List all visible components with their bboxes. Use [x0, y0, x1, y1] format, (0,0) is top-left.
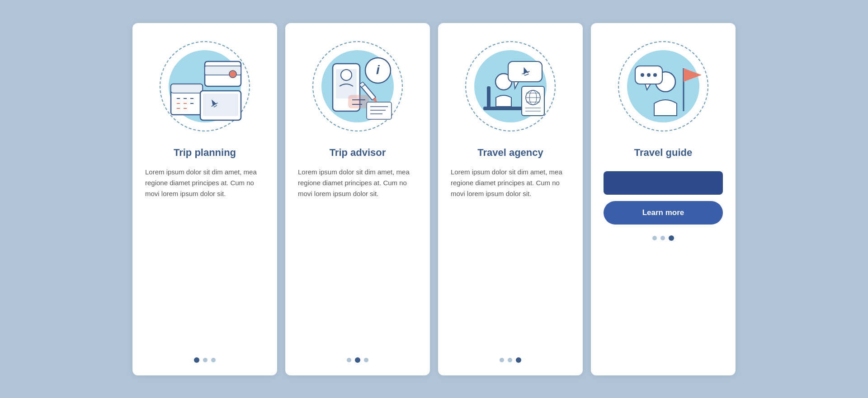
- dot: [500, 358, 504, 362]
- trip-planning-icon: [155, 37, 255, 136]
- cards-container: Trip planning Lorem ipsum dolor sit dim …: [114, 5, 754, 393]
- svg-rect-21: [349, 95, 369, 108]
- dot: [211, 358, 216, 362]
- svg-rect-34: [487, 86, 491, 109]
- buttons-section: Learn more: [604, 171, 723, 225]
- svg-text:i: i: [376, 63, 380, 77]
- card-trip-planning: Trip planning Lorem ipsum dolor sit dim …: [132, 23, 277, 375]
- dot: [364, 358, 368, 362]
- svg-point-20: [341, 70, 352, 80]
- dots-row: [194, 357, 216, 363]
- card-body: Lorem ipsum dolor sit dim amet, mea regi…: [451, 167, 570, 346]
- svg-marker-56: [684, 68, 702, 82]
- card-travel-agency: Travel agency Lorem ipsum dolor sit dim …: [438, 23, 583, 375]
- svg-marker-37: [514, 82, 519, 89]
- dot-active: [669, 235, 674, 241]
- svg-marker-51: [645, 84, 651, 90]
- dot: [508, 358, 512, 362]
- dot-active: [194, 357, 199, 363]
- svg-rect-4: [171, 84, 203, 93]
- learn-more-button[interactable]: Learn more: [604, 201, 723, 225]
- dot: [660, 236, 665, 240]
- trip-planning-illustration: [155, 37, 255, 136]
- dot-active: [516, 357, 521, 363]
- trip-advisor-icon: i: [308, 37, 407, 136]
- travel-agency-icon: [461, 37, 560, 136]
- card-title: Trip planning: [174, 147, 236, 159]
- dots-row: [500, 357, 521, 363]
- svg-point-52: [641, 73, 644, 77]
- svg-rect-14: [203, 94, 238, 116]
- svg-rect-29: [367, 102, 392, 119]
- dot: [652, 236, 657, 240]
- card-title: Travel guide: [634, 147, 692, 159]
- card-travel-guide: Travel guide Learn more: [591, 23, 736, 375]
- svg-point-2: [229, 70, 236, 78]
- svg-point-53: [647, 73, 651, 77]
- svg-point-54: [653, 73, 657, 77]
- dot: [347, 358, 351, 362]
- dots-row: [347, 357, 368, 363]
- card-body: Lorem ipsum dolor sit dim amet, mea regi…: [298, 167, 417, 346]
- dot-active: [355, 357, 360, 363]
- trip-advisor-illustration: i: [308, 37, 407, 136]
- card-trip-advisor: i Trip advisor Lorem ipsum dolor sit dim…: [285, 23, 430, 375]
- travel-guide-illustration: [613, 37, 713, 136]
- card-title: Travel agency: [477, 147, 543, 159]
- travel-agency-illustration: [461, 37, 560, 136]
- dots-row: [652, 235, 674, 241]
- card-title: Trip advisor: [330, 147, 386, 159]
- travel-guide-icon: [613, 37, 713, 136]
- dot: [203, 358, 208, 362]
- primary-button-placeholder: [604, 171, 723, 195]
- card-body: Lorem ipsum dolor sit dim amet, mea regi…: [145, 167, 264, 346]
